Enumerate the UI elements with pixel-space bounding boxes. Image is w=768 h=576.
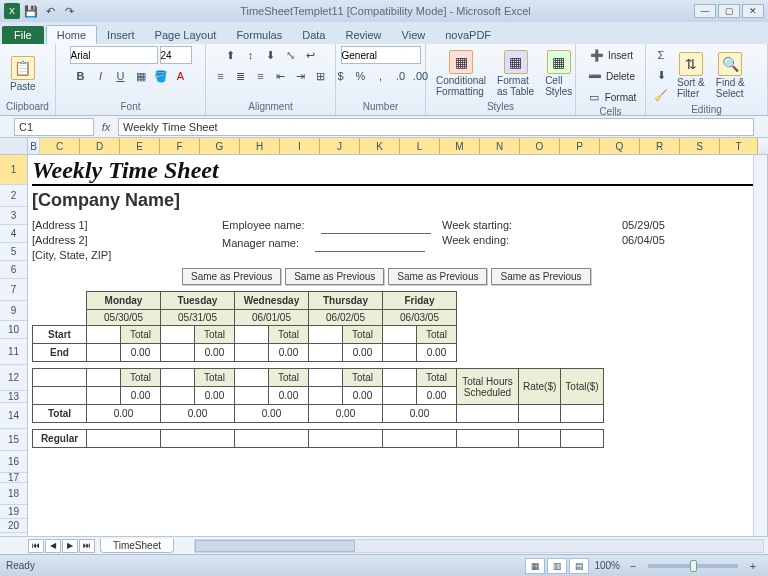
clear-button[interactable]: 🧹 [652,86,670,104]
col-m[interactable]: M [440,138,480,154]
align-top-button[interactable]: ⬆ [222,46,240,64]
indent-increase-button[interactable]: ⇥ [292,67,310,85]
sheet-tab-timesheet[interactable]: TimeSheet [100,539,174,553]
col-h[interactable]: H [240,138,280,154]
col-t[interactable]: T [720,138,758,154]
row-7[interactable]: 7 [0,279,27,301]
cell[interactable] [309,387,343,405]
formula-input[interactable]: Weekly Time Sheet [118,118,754,136]
view-normal-button[interactable]: ▦ [525,558,545,574]
select-all-corner[interactable] [0,138,28,154]
format-cells-button[interactable]: ▭ [585,88,603,106]
cell[interactable] [87,369,121,387]
conditional-formatting-button[interactable]: ▦Conditional Formatting [432,48,490,99]
align-bottom-button[interactable]: ⬇ [262,46,280,64]
horizontal-scrollbar[interactable] [194,539,764,553]
align-center-button[interactable]: ≣ [232,67,250,85]
minimize-button[interactable]: — [694,4,716,18]
zoom-out-button[interactable]: − [624,557,642,575]
autosum-button[interactable]: Σ [652,46,670,64]
row-12[interactable]: 12 [0,365,27,391]
cell[interactable] [87,326,121,344]
bold-button[interactable]: B [72,67,90,85]
cell[interactable] [235,326,269,344]
fx-icon[interactable]: fx [98,121,114,133]
col-b[interactable]: B [28,138,40,154]
cell[interactable] [519,430,561,448]
comma-button[interactable]: , [372,67,390,85]
find-select-button[interactable]: 🔍Find & Select [712,50,749,101]
increase-decimal-button[interactable]: .0 [392,67,410,85]
col-l[interactable]: L [400,138,440,154]
fill-button[interactable]: ⬇ [652,66,670,84]
tab-review[interactable]: Review [335,26,391,44]
orientation-button[interactable]: ⤡ [282,46,300,64]
tab-data[interactable]: Data [292,26,335,44]
qat-save-icon[interactable]: 💾 [23,3,39,19]
vertical-scrollbar[interactable] [753,155,767,554]
tab-page-layout[interactable]: Page Layout [145,26,227,44]
cell[interactable] [33,369,87,387]
tab-home[interactable]: Home [46,25,97,44]
row-13[interactable]: 13 [0,391,27,403]
cell[interactable] [87,430,161,448]
tab-nav-next[interactable]: ▶ [62,539,78,553]
tab-novapdf[interactable]: novaPDF [435,26,501,44]
row-18[interactable]: 18 [0,483,27,505]
row-6[interactable]: 6 [0,261,27,279]
row-2[interactable]: 2 [0,185,27,207]
employee-field[interactable] [321,219,431,234]
same-prev-button-4[interactable]: Same as Previous [491,268,590,285]
tab-nav-last[interactable]: ⏭ [79,539,95,553]
cell[interactable] [309,344,343,362]
col-p[interactable]: P [560,138,600,154]
align-middle-button[interactable]: ↕ [242,46,260,64]
row-5[interactable]: 5 [0,243,27,261]
format-as-table-button[interactable]: ▦Format as Table [493,48,538,99]
same-prev-button-2[interactable]: Same as Previous [285,268,384,285]
row-17[interactable]: 17 [0,473,27,483]
sort-filter-button[interactable]: ⇅Sort & Filter [673,50,709,101]
col-n[interactable]: N [480,138,520,154]
cell[interactable] [33,387,87,405]
align-right-button[interactable]: ≡ [252,67,270,85]
col-r[interactable]: R [640,138,680,154]
cell[interactable] [457,430,519,448]
paste-button[interactable]: 📋 Paste [6,54,40,94]
cell[interactable] [383,344,417,362]
cell[interactable] [383,387,417,405]
horizontal-scroll-thumb[interactable] [195,540,355,552]
same-prev-button-3[interactable]: Same as Previous [388,268,487,285]
tab-formulas[interactable]: Formulas [226,26,292,44]
cell[interactable] [235,369,269,387]
col-q[interactable]: Q [600,138,640,154]
tab-nav-prev[interactable]: ◀ [45,539,61,553]
row-20[interactable]: 20 [0,519,27,533]
row-11[interactable]: 11 [0,339,27,365]
qat-undo-icon[interactable]: ↶ [42,3,58,19]
col-c[interactable]: C [40,138,80,154]
font-color-button[interactable]: A [172,67,190,85]
merge-button[interactable]: ⊞ [312,67,330,85]
manager-field[interactable] [315,237,425,252]
col-e[interactable]: E [120,138,160,154]
wrap-text-button[interactable]: ↩ [302,46,320,64]
view-page-layout-button[interactable]: ▥ [547,558,567,574]
cell[interactable] [161,430,235,448]
col-o[interactable]: O [520,138,560,154]
row-4[interactable]: 4 [0,225,27,243]
row-10[interactable]: 10 [0,321,27,339]
qat-redo-icon[interactable]: ↷ [61,3,77,19]
border-button[interactable]: ▦ [132,67,150,85]
zoom-slider-thumb[interactable] [690,560,697,572]
cell[interactable] [457,405,519,423]
cell[interactable] [87,344,121,362]
file-tab[interactable]: File [2,26,44,44]
italic-button[interactable]: I [92,67,110,85]
cell[interactable] [309,369,343,387]
cell[interactable] [161,387,195,405]
currency-button[interactable]: $ [332,67,350,85]
tab-nav-first[interactable]: ⏮ [28,539,44,553]
row-16[interactable]: 16 [0,451,27,473]
close-button[interactable]: ✕ [742,4,764,18]
